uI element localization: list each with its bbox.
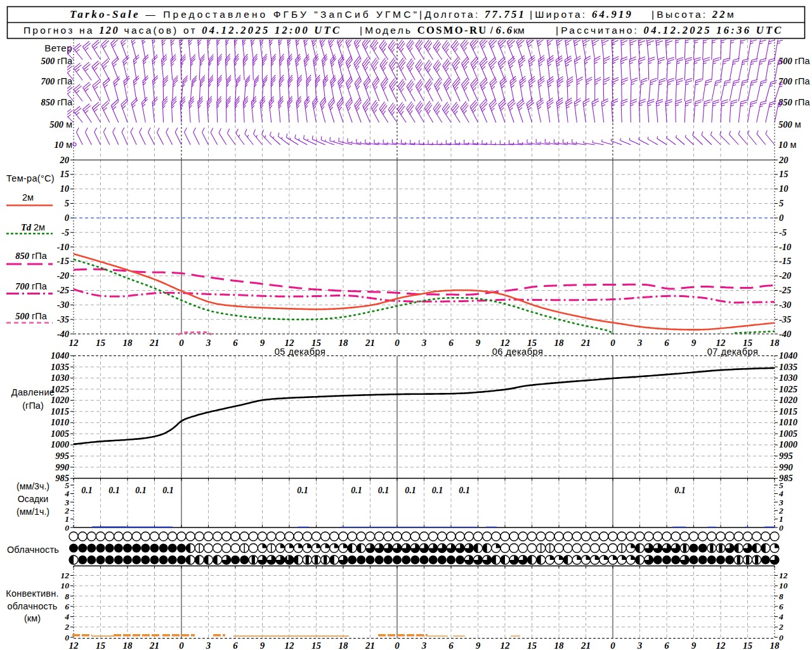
svg-text:Td 2м: Td 2м xyxy=(21,222,45,232)
svg-text:3: 3 xyxy=(778,498,783,507)
svg-text:0.1: 0.1 xyxy=(108,486,120,495)
svg-text:1030: 1030 xyxy=(51,373,69,383)
svg-text:3: 3 xyxy=(637,338,643,348)
svg-text:0.1: 0.1 xyxy=(351,486,362,495)
svg-text:18: 18 xyxy=(554,640,565,650)
svg-text:2: 2 xyxy=(778,622,783,632)
svg-text:1: 1 xyxy=(65,514,69,524)
svg-text:1005: 1005 xyxy=(779,428,797,439)
svg-text:20: 20 xyxy=(778,155,789,165)
svg-text:4: 4 xyxy=(778,612,783,621)
svg-text:07 декабря: 07 декабря xyxy=(707,347,758,357)
svg-text:21: 21 xyxy=(580,338,591,348)
svg-text:Давление: Давление xyxy=(11,387,55,397)
svg-text:0.1: 0.1 xyxy=(459,486,470,495)
svg-text:8: 8 xyxy=(65,592,69,601)
svg-text:Осадки: Осадки xyxy=(18,494,48,504)
svg-text:4: 4 xyxy=(64,489,69,498)
svg-text:8: 8 xyxy=(779,592,783,601)
svg-text:9: 9 xyxy=(260,338,265,348)
svg-text:1040: 1040 xyxy=(779,350,797,361)
svg-text:10: 10 xyxy=(779,581,788,590)
svg-text:| Модель COSMO-RU / 6.6км: | Модель COSMO-RU / 6.6км xyxy=(360,24,525,36)
svg-text:12: 12 xyxy=(716,640,726,650)
svg-text:1025: 1025 xyxy=(779,384,797,394)
svg-text:1010: 1010 xyxy=(779,417,797,427)
svg-text:500 м: 500 м xyxy=(778,119,801,129)
svg-text:3: 3 xyxy=(421,338,427,348)
svg-text:0: 0 xyxy=(610,338,615,348)
svg-text:6: 6 xyxy=(233,338,238,348)
svg-text:-5: -5 xyxy=(62,227,69,237)
svg-text:0: 0 xyxy=(779,633,783,642)
svg-text:6: 6 xyxy=(664,338,669,348)
svg-text:6: 6 xyxy=(779,602,783,611)
svg-text:-10: -10 xyxy=(779,242,791,252)
svg-text:18: 18 xyxy=(554,338,565,348)
svg-text:Тем-ра(°C): Тем-ра(°C) xyxy=(6,173,55,183)
svg-text:-30: -30 xyxy=(779,300,791,310)
svg-text:0: 0 xyxy=(610,640,615,650)
svg-text:5: 5 xyxy=(779,198,783,208)
svg-text:0: 0 xyxy=(395,338,400,348)
svg-text:(гПа): (гПа) xyxy=(22,401,43,411)
svg-text:15: 15 xyxy=(96,338,106,348)
svg-text:12: 12 xyxy=(69,640,79,650)
svg-text:15: 15 xyxy=(60,169,70,179)
svg-text:15: 15 xyxy=(743,640,753,650)
svg-text:18: 18 xyxy=(123,640,133,650)
svg-text:10: 10 xyxy=(779,183,789,194)
svg-text:995: 995 xyxy=(779,451,793,461)
svg-text:| Высота: 22м: | Высота: 22м xyxy=(652,8,734,20)
svg-text:9: 9 xyxy=(476,338,481,348)
svg-text:-15: -15 xyxy=(779,256,791,266)
svg-text:1040: 1040 xyxy=(51,350,69,361)
svg-text:0.1: 0.1 xyxy=(135,486,147,495)
svg-text:0.1: 0.1 xyxy=(674,486,686,495)
svg-text:18: 18 xyxy=(770,640,780,650)
svg-text:0.1: 0.1 xyxy=(297,486,308,495)
svg-text:0: 0 xyxy=(65,523,69,533)
svg-text:-25: -25 xyxy=(779,285,791,295)
svg-text:-40: -40 xyxy=(57,329,69,339)
svg-text:9: 9 xyxy=(260,640,265,650)
svg-text:3: 3 xyxy=(206,338,211,348)
svg-text:21: 21 xyxy=(149,338,159,348)
svg-text:6: 6 xyxy=(233,640,238,650)
svg-text:18: 18 xyxy=(123,338,133,348)
svg-text:12: 12 xyxy=(501,640,511,650)
svg-text:1035: 1035 xyxy=(779,362,797,372)
svg-text:-5: -5 xyxy=(779,227,787,237)
svg-text:12: 12 xyxy=(779,571,788,580)
svg-text:0.1: 0.1 xyxy=(81,486,93,495)
svg-text:0.1: 0.1 xyxy=(432,486,443,495)
svg-text:1010: 1010 xyxy=(51,417,69,427)
svg-text:6: 6 xyxy=(449,640,454,650)
svg-text:995: 995 xyxy=(55,451,69,461)
svg-text:0: 0 xyxy=(395,640,400,650)
svg-text:15: 15 xyxy=(779,169,789,179)
svg-text:0: 0 xyxy=(179,640,184,650)
svg-text:21: 21 xyxy=(580,640,591,650)
svg-text:1030: 1030 xyxy=(779,373,797,383)
svg-text:10 м: 10 м xyxy=(778,140,797,150)
svg-text:0.1: 0.1 xyxy=(378,486,390,495)
svg-text:1035: 1035 xyxy=(51,362,69,372)
svg-text:10 м: 10 м xyxy=(55,140,73,150)
svg-text:0: 0 xyxy=(65,213,69,223)
svg-text:| Рассчитано: 04.12.2025 16:36: | Рассчитано: 04.12.2025 16:36 UTC xyxy=(556,24,783,36)
svg-text:0: 0 xyxy=(779,213,783,223)
svg-text:5: 5 xyxy=(779,481,783,490)
svg-text:0: 0 xyxy=(179,338,184,348)
svg-text:-15: -15 xyxy=(57,256,69,266)
svg-text:-30: -30 xyxy=(57,300,69,310)
svg-text:850 гПа: 850 гПа xyxy=(41,97,72,107)
svg-text:500 гПа: 500 гПа xyxy=(778,56,810,66)
svg-text:-35: -35 xyxy=(57,314,69,324)
svg-text:6: 6 xyxy=(65,602,69,611)
svg-text:1: 1 xyxy=(779,514,783,524)
svg-text:2: 2 xyxy=(778,506,783,515)
svg-text:05 декабря: 05 декабря xyxy=(275,347,325,357)
svg-text:9: 9 xyxy=(691,640,697,650)
svg-text:700 гПа: 700 гПа xyxy=(15,281,47,291)
